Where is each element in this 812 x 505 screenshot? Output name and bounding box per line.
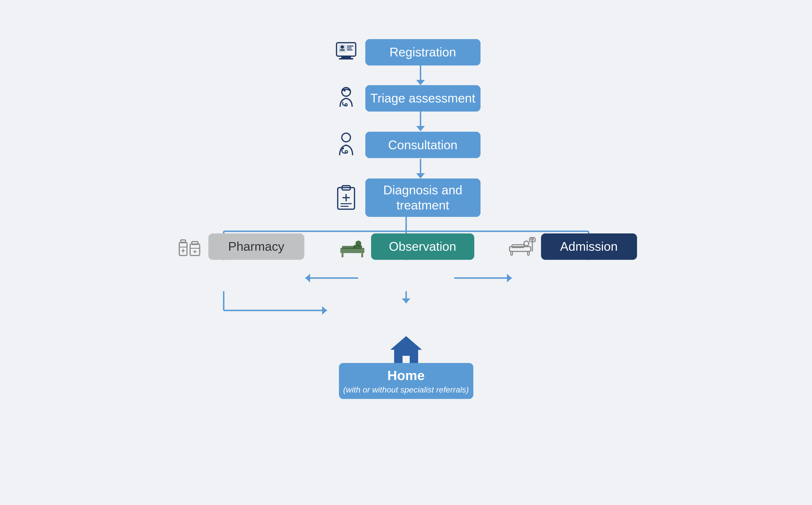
registration-row: Registration	[332, 39, 481, 65]
observation-icon	[339, 236, 366, 258]
admission-section: Admission	[508, 233, 637, 260]
svg-marker-39	[322, 306, 327, 315]
arrow-triage-consult	[416, 112, 425, 131]
triage-row: Triage assessment	[332, 85, 481, 112]
home-section: Home (with or without specialist referra…	[339, 334, 473, 399]
diagnosis-icon	[333, 183, 359, 212]
branch-connectors	[142, 217, 670, 318]
svg-point-52	[356, 240, 361, 246]
triage-icon	[333, 85, 359, 112]
registration-box: Registration	[365, 39, 481, 65]
admission-icon	[508, 235, 536, 258]
pharmacy-box: Pharmacy	[208, 233, 304, 260]
svg-rect-45	[190, 244, 200, 256]
diagnosis-row: Diagnosis andtreatment	[332, 178, 481, 217]
svg-rect-46	[192, 241, 198, 244]
svg-rect-59	[511, 251, 513, 255]
svg-rect-55	[361, 253, 363, 258]
svg-rect-1	[341, 56, 351, 58]
svg-rect-60	[528, 251, 529, 255]
svg-rect-8	[347, 49, 353, 50]
triage-icon-wrap	[332, 85, 361, 112]
svg-point-4	[341, 45, 344, 49]
svg-rect-6	[347, 45, 354, 46]
consultation-icon-wrap	[332, 131, 361, 159]
diagnosis-icon-wrap	[332, 183, 361, 212]
observation-section: Observation	[338, 233, 474, 260]
observation-box: Observation	[371, 233, 474, 260]
diagnosis-box: Diagnosis andtreatment	[365, 178, 481, 217]
svg-rect-5	[340, 49, 345, 51]
home-box: Home (with or without specialist referra…	[339, 363, 473, 399]
svg-marker-64	[390, 336, 422, 363]
consultation-row: Consultation	[332, 131, 481, 159]
top-flow: Registration	[332, 25, 481, 217]
registration-icon-wrap	[332, 40, 361, 64]
consultation-box: Consultation	[365, 132, 481, 158]
svg-point-13	[342, 133, 351, 142]
svg-marker-32	[305, 274, 310, 282]
branch-row: Pharmacy	[142, 233, 670, 260]
svg-rect-41	[181, 240, 185, 243]
home-icon	[389, 334, 423, 365]
svg-rect-54	[342, 253, 344, 258]
pharmacy-section: Pharmacy	[175, 233, 304, 260]
pharmacy-icon	[177, 234, 202, 259]
triage-box: Triage assessment	[365, 85, 481, 112]
arrow-consult-diag	[416, 159, 425, 178]
flow-diagram: Registration	[70, 25, 742, 481]
svg-rect-2	[339, 58, 353, 59]
admission-icon-wrap	[508, 235, 537, 258]
svg-rect-7	[347, 47, 352, 48]
home-icon-wrap	[389, 334, 423, 365]
admission-box: Admission	[541, 233, 637, 260]
arrow-reg-triage	[416, 65, 425, 85]
consultation-icon	[333, 131, 359, 159]
svg-marker-34	[507, 274, 512, 282]
observation-icon-wrap	[338, 236, 367, 258]
registration-icon	[333, 40, 359, 64]
svg-rect-53	[342, 246, 355, 249]
pharmacy-icon-wrap	[175, 234, 204, 259]
svg-marker-36	[402, 299, 410, 303]
svg-point-57	[524, 241, 529, 246]
